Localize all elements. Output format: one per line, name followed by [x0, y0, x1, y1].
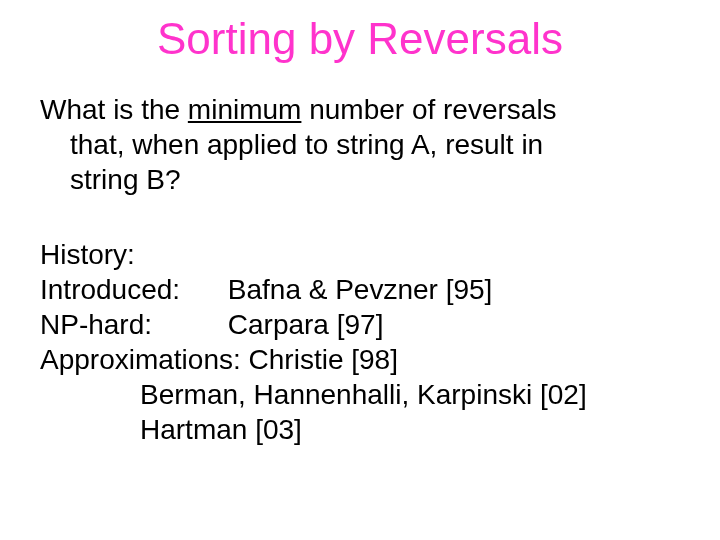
history-nphard-value: Carpara [97]: [228, 309, 384, 340]
question-line-1: What is the minimum number of reversals: [40, 92, 680, 127]
question-line-3: string B?: [70, 162, 680, 197]
history-block: History: Introduced: Bafna & Pevzner [95…: [40, 237, 680, 447]
history-introduced-label: Introduced:: [40, 272, 220, 307]
slide-title: Sorting by Reversals: [40, 14, 680, 64]
question-text-post1: number of reversals: [301, 94, 556, 125]
history-nphard-label: NP-hard:: [40, 307, 220, 342]
question-block: What is the minimum number of reversals …: [40, 92, 680, 197]
history-approx-label: Approximations:: [40, 344, 241, 375]
question-text-pre: What is the: [40, 94, 188, 125]
history-introduced: Introduced: Bafna & Pevzner [95]: [40, 272, 680, 307]
history-approx-value: Christie [98]: [249, 344, 398, 375]
question-line-2: that, when applied to string A, result i…: [70, 127, 680, 162]
question-text-underlined: minimum: [188, 94, 302, 125]
history-nphard: NP-hard: Carpara [97]: [40, 307, 680, 342]
slide-body: What is the minimum number of reversals …: [40, 92, 680, 447]
history-heading: History:: [40, 237, 680, 272]
history-introduced-value: Bafna & Pevzner [95]: [228, 274, 493, 305]
history-extra-1: Berman, Hannenhalli, Karpinski [02]: [140, 377, 680, 412]
history-approx: Approximations: Christie [98]: [40, 342, 680, 377]
history-extra-2: Hartman [03]: [140, 412, 680, 447]
slide: Sorting by Reversals What is the minimum…: [0, 0, 720, 540]
